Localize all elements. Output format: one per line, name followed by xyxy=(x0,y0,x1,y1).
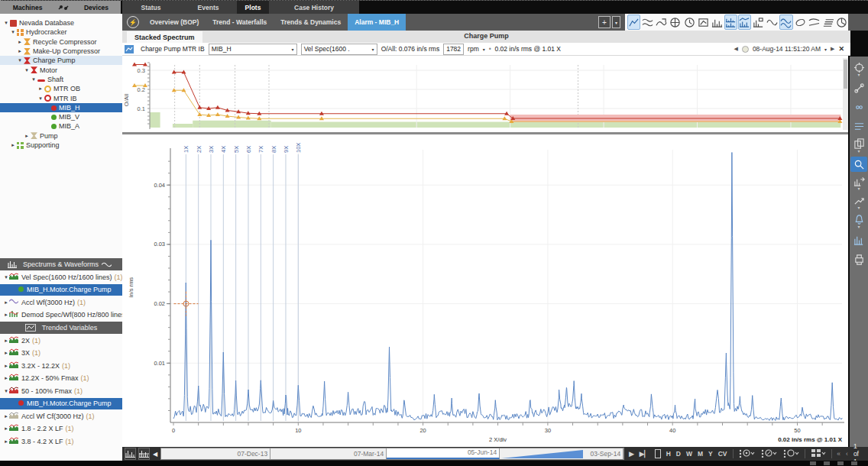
status-print-icon[interactable] xyxy=(810,461,816,465)
list-expander-icon[interactable]: ▸ xyxy=(3,438,9,445)
copy-plot-icon[interactable]: ▾ xyxy=(850,136,867,155)
link-scales-icon[interactable] xyxy=(850,79,867,98)
tree-item-mib-a[interactable]: MIB_A xyxy=(0,121,122,131)
timeline-segment-07-dec-13[interactable]: 07-Dec-13 xyxy=(161,448,270,459)
power-status-icon[interactable]: ⚡ xyxy=(127,16,139,28)
timebase-plot-icon[interactable] xyxy=(683,15,696,30)
spectrum-compare-button[interactable] xyxy=(138,448,150,460)
trended-item-3x[interactable]: ▸3X(1) xyxy=(0,348,122,360)
nav-tab-plots[interactable]: Plots xyxy=(237,1,269,15)
tree-expander-icon[interactable]: ▾ xyxy=(10,29,16,35)
tree-item-mib-h[interactable]: MIB_H xyxy=(0,103,122,112)
status-favorite-icon[interactable] xyxy=(837,461,844,465)
tree-expander-icon[interactable]: ▸ xyxy=(10,142,16,148)
timeline-segment-05-jun-14[interactable]: 05-Jun-14 xyxy=(387,448,500,459)
date-dropdown[interactable]: ▾ xyxy=(824,47,827,52)
range-button-cv[interactable]: CV xyxy=(718,450,727,458)
sample-datetime[interactable]: 08-Aug-14 11:51:20 AM xyxy=(753,45,821,53)
play-button[interactable]: ▶ xyxy=(629,450,634,458)
trend-plot-icon[interactable] xyxy=(627,15,640,30)
plot-tab-overview-bop-[interactable]: Overview (BOP) xyxy=(143,14,206,31)
status-clock-icon[interactable] xyxy=(851,461,857,465)
list-expander-icon[interactable]: ▸ xyxy=(3,312,9,318)
tree-item-motor[interactable]: ▾Motor xyxy=(0,65,122,74)
timeline-track[interactable]: 07-Dec-1307-Mar-1405-Jun-1403-Sep-14 xyxy=(160,448,624,460)
waterfall-plot-icon[interactable] xyxy=(655,15,668,30)
list-expander-icon[interactable]: ▸ xyxy=(3,363,9,369)
tree-item-pump[interactable]: ▸Pump xyxy=(0,131,122,141)
trended-item-mib-h-motor-charge-pump[interactable]: MIB_H.Motor.Charge Pump xyxy=(0,398,122,410)
tree-item-mib-v[interactable]: MIB_V xyxy=(0,112,122,121)
stacked-spectrum-icon[interactable] xyxy=(724,15,737,30)
nav-tab-devices[interactable]: Devices xyxy=(72,1,121,15)
orbit-plot-icon[interactable] xyxy=(794,15,807,30)
print-icon[interactable] xyxy=(850,250,867,269)
rpm-box[interactable]: 1782 xyxy=(443,44,464,55)
filter-alarms-dropdown[interactable] xyxy=(760,448,777,459)
spectrum-select[interactable]: Vel Spec(1600 .▾ xyxy=(301,44,377,55)
plot-tab-alarm-mib-h[interactable]: Alarm - MIB_H xyxy=(348,14,406,31)
harmonic-cursor-icon[interactable] xyxy=(850,98,867,117)
tree-item-mtr-ib[interactable]: ▾MTR IB xyxy=(0,93,122,102)
export-chart-icon[interactable]: ▾ xyxy=(850,173,867,193)
tree-item-nevada-database[interactable]: ▾Nevada Database xyxy=(0,18,122,28)
nav-tab-events[interactable]: Events xyxy=(180,1,237,15)
timeline-back-arrow[interactable]: ◀ xyxy=(153,451,157,458)
histogram-overlay-icon[interactable] xyxy=(850,231,867,250)
dcs-overlay-icon[interactable] xyxy=(850,117,867,136)
trended-item-accl-wf-cf-3000-hz-[interactable]: ▸Accl Wf Cf(3000 Hz)(1) xyxy=(0,410,122,422)
plot-tab-trend-waterfalls[interactable]: Trend - Waterfalls xyxy=(206,14,274,31)
cursor-target-icon[interactable]: ▾ xyxy=(850,60,867,79)
add-plot-button[interactable]: + xyxy=(598,16,611,28)
trend-spectrum-icon[interactable] xyxy=(738,15,751,30)
trended-item-3-8-4-2-x-lf[interactable]: ▸3.8 - 4.2 X LF(1) xyxy=(0,435,122,448)
range-button-h[interactable]: H xyxy=(666,450,671,458)
polar-plot-icon[interactable] xyxy=(669,15,682,30)
spectrum-item-accl-wf-3000-hz-[interactable]: ▸Accl Wf(3000 Hz)(1) xyxy=(0,296,122,309)
tree-expander-icon[interactable]: ▾ xyxy=(3,20,9,26)
list-expander-icon[interactable]: ▾ xyxy=(3,388,9,394)
stacked-spectrum-tab[interactable]: Stacked Spectrum xyxy=(127,31,202,43)
tree-expander-icon[interactable]: ▸ xyxy=(17,39,23,45)
tree-expander-icon[interactable]: ▾ xyxy=(24,67,30,73)
list-expander-icon[interactable]: ▾ xyxy=(3,274,9,280)
spectrum-item-mib-h-motor-charge-pump[interactable]: MIB_H.Motor.Charge Pump xyxy=(0,284,122,296)
rpm-dropdown[interactable]: ▾ xyxy=(483,47,485,52)
plot-tab-trends-dynamics[interactable]: Trends & Dynamics xyxy=(274,14,348,31)
nav-tab-machines[interactable]: Machines xyxy=(0,1,55,15)
bode-plot-icon[interactable] xyxy=(808,15,821,30)
list-expander-icon[interactable]: ▸ xyxy=(3,413,9,419)
trended-item-2x[interactable]: ▸2X(1) xyxy=(0,335,122,347)
alarm-overlay-icon[interactable]: ▾ xyxy=(850,212,867,231)
filter-notes-dropdown[interactable] xyxy=(782,448,799,459)
dual-waveform-icon[interactable] xyxy=(779,15,792,30)
tree-expander-icon[interactable]: ▸ xyxy=(17,48,23,54)
chart-scale-icon[interactable]: ▾ xyxy=(850,193,867,212)
skip-to-end-button[interactable]: ▶▏ xyxy=(640,450,649,458)
prev-sample-arrow[interactable]: ◀ xyxy=(734,46,738,52)
tree-expander-icon[interactable]: ▸ xyxy=(37,86,44,92)
pagination-prev[interactable]: ‹ xyxy=(846,450,848,458)
status-network-icon[interactable] xyxy=(824,461,830,465)
nav-tab-case-history[interactable]: Case History xyxy=(269,1,359,15)
range-button-d[interactable]: D xyxy=(676,450,681,458)
nav-tab-status[interactable]: Status xyxy=(122,1,180,15)
polar-trend-icon[interactable] xyxy=(835,15,848,30)
trended-item-50-100-fmax[interactable]: ▾50 - 100% Fmax(1) xyxy=(0,385,122,397)
layout-grid-dropdown[interactable] xyxy=(811,448,826,459)
cascade-plot-icon[interactable] xyxy=(821,15,834,30)
range-button-m[interactable]: M xyxy=(698,450,703,458)
tree-item-make-up-compressor[interactable]: ▸Make-Up Compressor xyxy=(0,47,122,56)
list-expander-icon[interactable]: ▸ xyxy=(3,299,9,306)
velocity-spectrum-chart[interactable]: 1X2X3X4X5X6X7X8X9X10X0.010.020.030.04010… xyxy=(122,132,848,449)
range-button-y[interactable]: Y xyxy=(708,450,713,458)
next-sample-arrow[interactable]: ▶ xyxy=(831,46,834,52)
overall-trend-chart[interactable]: 0.10.20.3O/All xyxy=(122,56,848,132)
tree-expander-icon[interactable]: ▸ xyxy=(24,133,30,139)
multi-trend-icon[interactable] xyxy=(641,15,654,30)
trended-item-3-2x-12-2x[interactable]: ▸3.2X - 12.2X(1) xyxy=(0,360,122,372)
pagination-first[interactable]: « xyxy=(837,450,840,458)
tree-item-recycle-compressor[interactable]: ▸Recycle Compressor xyxy=(0,37,122,47)
waveform-plot-icon[interactable] xyxy=(766,15,779,30)
timeline-segment-07-mar-14[interactable]: 07-Mar-14 xyxy=(270,448,387,459)
